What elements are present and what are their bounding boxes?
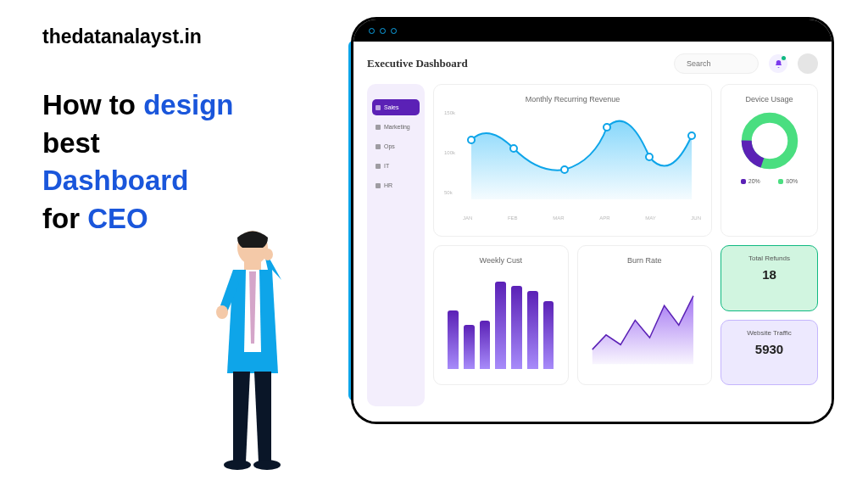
notification-bell-icon[interactable] [769, 54, 787, 73]
svg-point-7 [510, 145, 517, 152]
svg-point-10 [646, 154, 653, 160]
svg-point-8 [561, 166, 568, 173]
svg-point-9 [604, 124, 610, 131]
site-name: thedatanalayst.in [42, 25, 339, 48]
weekly-title: Weekly Cust [444, 256, 558, 265]
businessman-illustration [186, 221, 314, 475]
burn-rate-chart [588, 271, 702, 369]
sidebar-item-marketing[interactable]: Marketing [372, 119, 420, 135]
svg-point-4 [224, 460, 251, 470]
website-traffic-card: Website Traffic 5930 [721, 320, 818, 386]
donut-title: Device Usage [732, 95, 807, 103]
refunds-label: Total Refunds [730, 254, 809, 262]
svg-point-3 [263, 249, 273, 260]
weekly-bar-chart [444, 271, 558, 369]
legend-item: 80% [778, 178, 798, 184]
traffic-value: 5930 [730, 342, 809, 356]
search-input[interactable] [674, 53, 759, 74]
window-dot[interactable] [380, 28, 386, 34]
svg-point-6 [468, 137, 475, 143]
sidebar-item-ops[interactable]: Ops [372, 138, 420, 154]
svg-point-11 [688, 132, 695, 139]
total-refunds-card: Total Refunds 18 [721, 245, 818, 311]
device-usage-card: Device Usage 20% 80% [721, 84, 818, 237]
burn-title: Burn Rate [588, 256, 702, 265]
weekly-cust-card: Weekly Cust [433, 245, 569, 385]
mrr-chart-card: Monthly Recurring Revenue 150k 100k 50k [433, 84, 712, 237]
legend-item: 20% [741, 178, 760, 184]
window-controls [353, 20, 832, 42]
sidebar-item-it[interactable]: IT [372, 158, 420, 174]
dashboard-monitor: Executive Dashboard Sales Marketing Ops … [351, 17, 834, 424]
page-title: Executive Dashboard [367, 57, 468, 70]
window-dot[interactable] [369, 28, 375, 34]
mrr-title: Monthly Recurring Revenue [444, 95, 701, 103]
avatar[interactable] [798, 53, 818, 74]
refunds-value: 18 [730, 267, 809, 282]
window-dot[interactable] [391, 28, 397, 34]
sidebar-item-sales[interactable]: Sales [372, 99, 420, 115]
sidebar-item-hr[interactable]: HR [372, 177, 420, 193]
sidebar: Sales Marketing Ops IT HR [367, 84, 425, 406]
svg-point-2 [216, 305, 228, 319]
traffic-label: Website Traffic [730, 329, 809, 337]
svg-point-5 [253, 460, 281, 470]
burn-rate-card: Burn Rate [577, 245, 713, 385]
headline: How to design best Dashboard for CEO [42, 87, 339, 238]
